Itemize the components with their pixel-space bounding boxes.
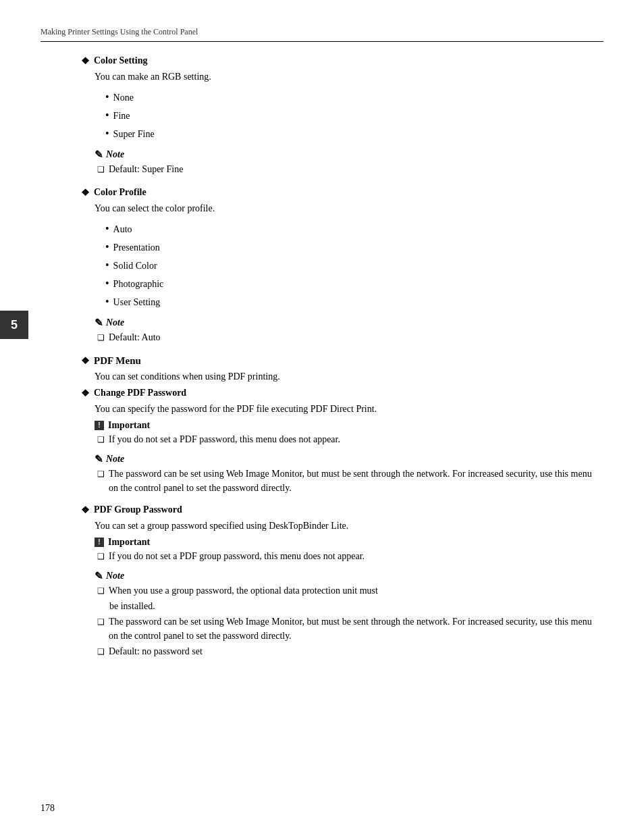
list-item: Presentation — [105, 238, 603, 256]
note-icon-2: ✎ — [95, 317, 103, 329]
important-item-2: If you do not set a PDF group password, … — [97, 549, 603, 563]
change-pdf-password-heading: ❖ Change PDF Password — [81, 388, 603, 399]
important-label-1: Important — [108, 420, 150, 431]
note-icon-1: ✎ — [95, 149, 103, 161]
note-heading-3: ✎ Note — [95, 453, 603, 465]
pdf-group-password-desc: You can set a group password specified u… — [95, 519, 603, 533]
color-setting-list: None Fine Super Fine — [105, 88, 603, 143]
change-pdf-important: ! Important If you do not set a PDF pass… — [95, 420, 603, 446]
note-icon-3: ✎ — [95, 453, 103, 465]
pdf-group-important: ! Important If you do not set a PDF grou… — [95, 537, 603, 563]
list-item: Auto — [105, 219, 603, 238]
diamond-bullet-4: ❖ — [81, 388, 90, 399]
pdf-menu-section: ❖ PDF Menu You can set conditions when u… — [81, 355, 603, 658]
list-item: User Setting — [105, 292, 603, 311]
note-item-6: Default: no password set — [97, 644, 603, 658]
color-setting-desc: You can make an RGB setting. — [95, 70, 603, 84]
note-heading-4: ✎ Note — [95, 570, 603, 582]
list-item: Fine — [105, 106, 603, 124]
diamond-bullet-5: ❖ — [81, 504, 90, 516]
note-item-3: The password can be set using Web Image … — [97, 467, 603, 495]
pdf-group-password-title: PDF Group Password — [94, 504, 182, 515]
diamond-bullet-1: ❖ — [81, 55, 90, 67]
note-item-4: When you use a group password, the optio… — [97, 583, 603, 598]
note-item-2: Default: Auto — [97, 330, 603, 344]
pdf-menu-title: PDF Menu — [94, 355, 141, 367]
color-setting-note: ✎ Note Default: Super Fine — [95, 149, 603, 176]
pdf-menu-desc: You can set conditions when using PDF pr… — [95, 369, 603, 384]
color-profile-list: Auto Presentation Solid Color Photograph… — [105, 219, 603, 311]
color-profile-note: ✎ Note Default: Auto — [95, 317, 603, 344]
chapter-number: 5 — [11, 318, 18, 332]
pdf-group-password-heading: ❖ PDF Group Password — [81, 504, 603, 516]
diamond-bullet-3: ❖ — [81, 355, 90, 367]
list-item: Super Fine — [105, 124, 603, 142]
pdf-group-password-section: ❖ PDF Group Password You can set a group… — [81, 504, 603, 658]
pdf-menu-heading: ❖ PDF Menu — [81, 355, 603, 367]
change-pdf-note: ✎ Note The password can be set using Web… — [95, 453, 603, 495]
color-profile-title: Color Profile — [94, 187, 146, 198]
list-item: Solid Color — [105, 256, 603, 274]
note-text-3: The password can be set using Web Image … — [109, 467, 603, 495]
chapter-tab: 5 — [0, 311, 28, 339]
header-text: Making Printer Settings Using the Contro… — [41, 27, 198, 37]
color-profile-heading: ❖ Color Profile — [81, 187, 603, 199]
pdf-group-note: ✎ Note When you use a group password, th… — [95, 570, 603, 658]
list-item: None — [105, 88, 603, 106]
list-item: Photographic — [105, 274, 603, 292]
color-profile-section: ❖ Color Profile You can select the color… — [81, 187, 603, 344]
color-setting-heading: ❖ Color Setting — [81, 55, 603, 67]
note-item-1: Default: Super Fine — [97, 162, 603, 176]
change-pdf-password-desc: You can specify the password for the PDF… — [95, 402, 603, 416]
page-number: 178 — [41, 803, 55, 814]
color-setting-section: ❖ Color Setting You can make an RGB sett… — [81, 55, 603, 176]
important-item-1: If you do not set a PDF password, this m… — [97, 432, 603, 446]
change-pdf-password-title: Change PDF Password — [94, 388, 186, 398]
header-bar: Making Printer Settings Using the Contro… — [41, 27, 603, 42]
important-label-2: Important — [108, 537, 150, 548]
important-heading-2: ! Important — [95, 537, 603, 548]
pdf-group-note-items: When you use a group password, the optio… — [95, 583, 603, 658]
note-continuation-1: be installed. — [109, 599, 603, 613]
page-container: Making Printer Settings Using the Contro… — [0, 0, 644, 834]
note-icon-4: ✎ — [95, 570, 103, 582]
diamond-bullet-2: ❖ — [81, 187, 90, 199]
note-item-5: The password can be set using Web Image … — [97, 615, 603, 643]
change-pdf-password-section: ❖ Change PDF Password You can specify th… — [81, 388, 603, 495]
important-icon-2: ! — [95, 538, 104, 547]
note-heading-1: ✎ Note — [95, 149, 603, 161]
note-heading-2: ✎ Note — [95, 317, 603, 329]
color-setting-title: Color Setting — [94, 55, 147, 66]
important-heading-1: ! Important — [95, 420, 603, 431]
content-area: ❖ Color Setting You can make an RGB sett… — [81, 55, 603, 658]
color-profile-desc: You can select the color profile. — [95, 201, 603, 215]
important-icon-1: ! — [95, 421, 104, 430]
